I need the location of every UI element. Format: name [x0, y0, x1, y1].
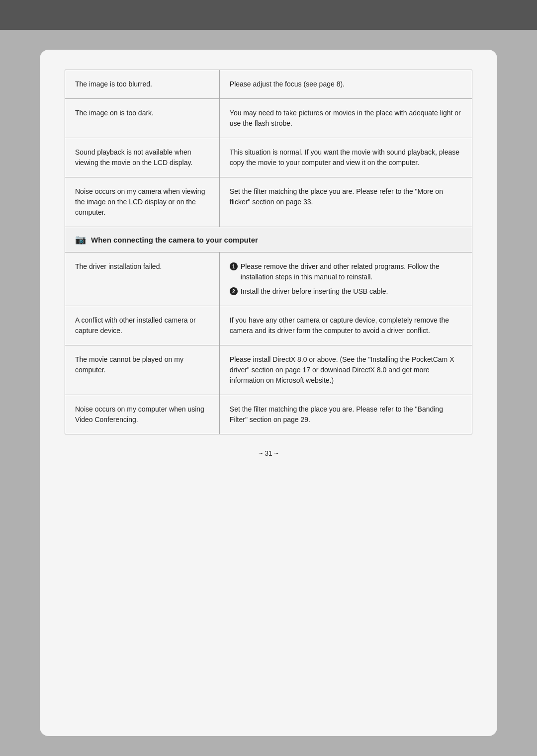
table-row: Sound playback is not available when vie… — [65, 138, 472, 177]
numbered-solution-item: 1 Please remove the driver and other rel… — [230, 261, 462, 282]
section-header-row: 📷 When connecting the camera to your com… — [65, 227, 472, 252]
problem-cell: Noise occurs on my camera when viewing t… — [65, 177, 220, 227]
problem-text: Noise occurs on my computer when using V… — [75, 405, 204, 423]
problem-text: The image on is too dark. — [75, 109, 154, 117]
problem-cell: The image is too blurred. — [65, 70, 220, 98]
problem-text: Noise occurs on my camera when viewing t… — [75, 187, 205, 216]
table-row: A conflict with other installed camera o… — [65, 306, 472, 345]
solution-text: This situation is normal. If you want th… — [230, 148, 459, 167]
solution-cell: Please install DirectX 8.0 or above. (Se… — [220, 345, 472, 395]
camera-icon: 📷 — [75, 234, 86, 245]
solution-text-2: Install the driver before inserting the … — [241, 286, 388, 297]
problem-cell: Sound playback is not available when vie… — [65, 138, 220, 177]
page-number: ~ 31 ~ — [65, 449, 472, 457]
solution-text: Set the filter matching the place you ar… — [230, 187, 443, 206]
problem-cell: The movie cannot be played on my compute… — [65, 345, 220, 395]
problem-cell: Noise occurs on my computer when using V… — [65, 395, 220, 434]
solution-cell: Set the filter matching the place you ar… — [220, 177, 472, 227]
solution-text: If you have any other camera or capture … — [230, 316, 449, 335]
solution-cell: Set the filter matching the place you ar… — [220, 395, 472, 434]
table-row: Noise occurs on my computer when using V… — [65, 395, 472, 434]
number-badge: 1 — [230, 262, 238, 270]
problem-cell: The driver installation failed. — [65, 252, 220, 306]
solution-cell: Please adjust the focus (see page 8). — [220, 70, 472, 98]
section-header-cell: 📷 When connecting the camera to your com… — [65, 227, 472, 252]
solution-cell: If you have any other camera or capture … — [220, 306, 472, 345]
page-number-text: ~ 31 ~ — [259, 449, 278, 457]
problem-text: The movie cannot be played on my compute… — [75, 355, 183, 374]
solution-text: You may need to take pictures or movies … — [230, 109, 461, 127]
number-badge: 2 — [230, 287, 238, 295]
problem-cell: A conflict with other installed camera o… — [65, 306, 220, 345]
table-row: Noise occurs on my camera when viewing t… — [65, 177, 472, 227]
table-row: The driver installation failed. 1 Please… — [65, 252, 472, 306]
top-bar — [0, 0, 537, 30]
problem-text: Sound playback is not available when vie… — [75, 148, 192, 167]
troubleshoot-table: The image is too blurred. Please adjust … — [65, 70, 472, 434]
solution-text-1: Please remove the driver and other relat… — [241, 261, 462, 282]
solution-text: Set the filter matching the place you ar… — [230, 405, 443, 423]
section-header-text: When connecting the camera to your compu… — [91, 236, 258, 244]
table-row: The image is too blurred. Please adjust … — [65, 70, 472, 99]
solution-cell: You may need to take pictures or movies … — [220, 99, 472, 138]
problem-text: The image is too blurred. — [75, 80, 152, 88]
problem-text: The driver installation failed. — [75, 262, 162, 270]
solution-text: Please install DirectX 8.0 or above. (Se… — [230, 355, 454, 384]
solution-cell: 1 Please remove the driver and other rel… — [220, 252, 472, 306]
solution-cell: This situation is normal. If you want th… — [220, 138, 472, 177]
solution-text: Please adjust the focus (see page 8). — [230, 80, 345, 88]
table-row: The image on is too dark. You may need t… — [65, 99, 472, 138]
numbered-solution-item: 2 Install the driver before inserting th… — [230, 286, 462, 297]
page-container: The image is too blurred. Please adjust … — [40, 50, 497, 736]
problem-cell: The image on is too dark. — [65, 99, 220, 138]
table-row: The movie cannot be played on my compute… — [65, 345, 472, 395]
problem-text: A conflict with other installed camera o… — [75, 316, 196, 335]
